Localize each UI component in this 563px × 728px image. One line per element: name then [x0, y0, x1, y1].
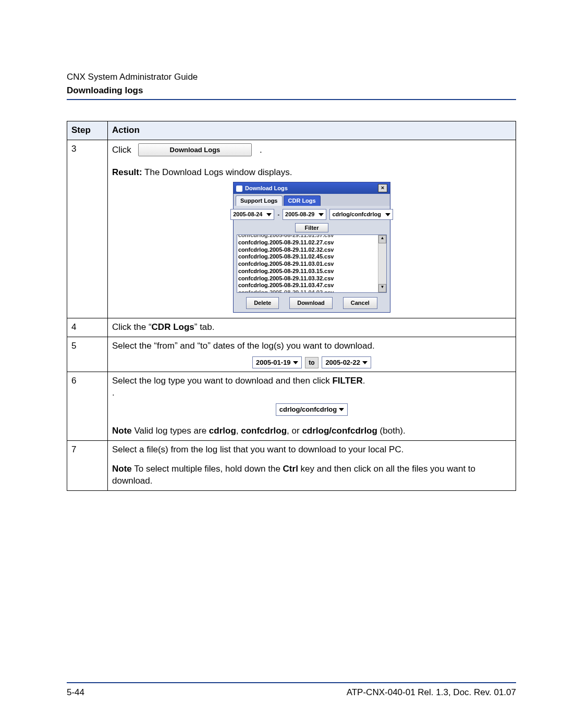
to-label: to	[305, 357, 318, 368]
col-action: Action	[108, 121, 516, 140]
tab-cdr-logs[interactable]: CDR Logs	[284, 195, 321, 206]
filter-button[interactable]: Filter	[295, 223, 329, 232]
to-date-dropdown[interactable]: 2005-02-22	[322, 356, 371, 369]
window-titlebar: Download Logs ×	[234, 182, 390, 194]
close-button[interactable]: ×	[378, 184, 387, 192]
step-num: 6	[67, 372, 108, 440]
result-text: The Download Logs window displays.	[142, 167, 292, 177]
page-number: 5-44	[67, 687, 84, 698]
step-action: Select a file(s) from the log list that …	[108, 440, 516, 490]
scroll-up-button[interactable]: ▲	[378, 235, 386, 243]
download-logs-window: Download Logs × Support Logs CDR Logs 20…	[233, 182, 390, 313]
chevron-down-icon	[293, 361, 298, 364]
header-rule	[67, 99, 516, 100]
list-item[interactable]: confcdrlog.2005-08-29.11.02.27.csv	[238, 239, 385, 246]
step-action: Click the “CDR Logs” tab.	[108, 318, 516, 337]
chevron-down-icon	[339, 408, 344, 411]
click-text: Click	[112, 145, 131, 155]
step-action: Select the “from” and “to” dates of the …	[108, 337, 516, 372]
chevron-down-icon	[362, 361, 368, 364]
list-item[interactable]: confcdrlog.2005-08-29.11.01.37.csv	[238, 235, 385, 239]
logtype-dropdown[interactable]: cdrlog/confcdrlog	[276, 403, 348, 416]
window-title: Download Logs	[245, 185, 288, 191]
download-button[interactable]: Download	[289, 297, 333, 309]
date-dash: -	[277, 211, 279, 218]
step-num: 4	[67, 318, 108, 337]
period: .	[260, 145, 262, 155]
log-file-list[interactable]: confcdrlog.2005-08-29.11.01.37.csv confc…	[237, 235, 387, 293]
doc-id: ATP-CNX-040-01 Rel. 1.3, Doc. Rev. 01.07	[347, 687, 516, 698]
chevron-down-icon	[385, 213, 390, 216]
window-icon	[236, 186, 242, 192]
download-logs-button[interactable]: Download Logs	[138, 143, 252, 157]
list-item[interactable]: confcdrlog.2005-08-29.11.03.01.csv	[238, 261, 385, 268]
list-item[interactable]: confcdrlog.2005-08-29.11.03.32.csv	[238, 275, 385, 282]
list-item[interactable]: confcdrlog.2005-08-29.11.02.32.csv	[238, 246, 385, 254]
step-num: 5	[67, 337, 108, 372]
list-item[interactable]: confcdrlog.2005-08-29.11.03.47.csv	[238, 282, 385, 289]
list-item[interactable]: confcdrlog.2005-08-29.11.02.45.csv	[238, 253, 385, 261]
cancel-button[interactable]: Cancel	[343, 297, 377, 309]
from-date-dropdown[interactable]: 2005-08-24	[230, 209, 274, 220]
step-action: Select the log type you want to download…	[108, 372, 516, 440]
note-label: Note	[112, 464, 132, 474]
footer-rule	[67, 682, 516, 683]
chevron-down-icon	[266, 213, 272, 216]
chevron-down-icon	[319, 213, 324, 216]
list-item[interactable]: confcdrlog.2005-08-29.11.03.15.csv	[238, 268, 385, 275]
window-tabs: Support Logs CDR Logs	[234, 194, 390, 206]
note-label: Note	[112, 426, 132, 436]
step-action: Click Download Logs . Result: The Downlo…	[108, 140, 516, 318]
section-title: Downloading logs	[67, 85, 516, 96]
logtype-dropdown[interactable]: cdrlog/confcdrlog	[329, 209, 393, 220]
step-num: 7	[67, 440, 108, 490]
steps-table: Step Action 3 Click Download Logs . Resu…	[67, 121, 516, 491]
delete-button[interactable]: Delete	[246, 297, 279, 309]
scrollbar[interactable]: ▲ ▼	[378, 235, 386, 292]
col-step: Step	[67, 121, 108, 140]
guide-title: CNX System Administrator Guide	[67, 72, 516, 82]
step-num: 3	[67, 140, 108, 318]
scroll-down-button[interactable]: ▼	[378, 284, 386, 292]
result-label: Result:	[112, 167, 142, 177]
list-item[interactable]: confcdrlog.2005-08-29.11.04.02.csv	[238, 289, 385, 293]
page-footer: 5-44 ATP-CNX-040-01 Rel. 1.3, Doc. Rev. …	[67, 682, 516, 698]
tab-support-logs[interactable]: Support Logs	[236, 195, 283, 206]
to-date-dropdown[interactable]: 2005-08-29	[283, 209, 326, 220]
from-date-dropdown[interactable]: 2005-01-19	[252, 356, 302, 369]
